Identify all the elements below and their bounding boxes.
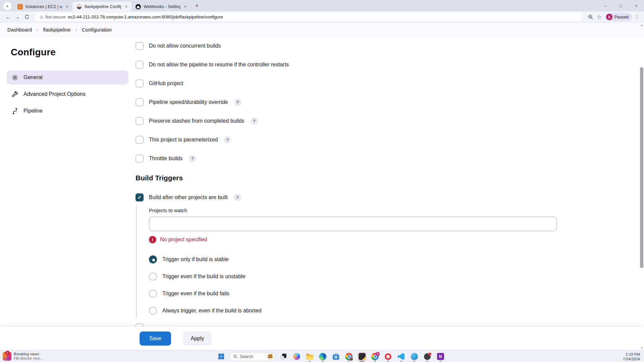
maximize-button[interactable]: □ xyxy=(613,0,629,11)
option-label[interactable]: Build after other projects are built xyxy=(149,194,228,200)
option-label[interactable]: Do not allow concurrent builds xyxy=(149,43,221,49)
checkbox[interactable] xyxy=(136,155,144,163)
new-tab-button[interactable]: + xyxy=(193,1,201,10)
option-label[interactable]: Do not allow the pipeline to resume if t… xyxy=(149,62,289,68)
url-text[interactable]: ec2-44-211-252-78.compute-1.amazonaws.co… xyxy=(68,14,223,19)
warning-icon: ⚠ xyxy=(40,14,44,19)
magnifier-icon xyxy=(588,14,593,20)
help-icon[interactable]: ? xyxy=(234,194,241,201)
checkbox[interactable] xyxy=(136,61,144,69)
tab-close-icon[interactable]: × xyxy=(124,4,128,9)
option-label[interactable]: Pipeline speed/durability override xyxy=(149,99,228,105)
breadcrumb-flaskpipeline[interactable]: flaskpipeline xyxy=(43,27,71,33)
zoom-page-button[interactable] xyxy=(586,13,595,21)
radio-label[interactable]: Trigger even if the build fails xyxy=(162,291,229,297)
help-icon[interactable]: ? xyxy=(234,99,241,106)
checkbox[interactable] xyxy=(136,79,144,87)
scrollbar-thumb[interactable] xyxy=(640,67,643,268)
radio[interactable] xyxy=(149,307,157,315)
checkbox[interactable] xyxy=(136,98,144,106)
radio-row-aborted: Always trigger, even if the build is abo… xyxy=(149,307,644,315)
option-label[interactable]: Preserve stashes from completed builds xyxy=(149,118,245,124)
option-label[interactable]: GitHub project xyxy=(149,80,183,86)
help-icon[interactable]: ? xyxy=(251,117,258,125)
jenkins-favicon xyxy=(76,4,82,9)
dark-red-app-icon[interactable] xyxy=(423,352,432,361)
radio-row-unstable: Trigger even if the build is unstable xyxy=(149,273,644,281)
page-scrollbar[interactable]: ▲ ▼ xyxy=(639,23,644,350)
option-row-github-project: GitHub project xyxy=(136,79,644,87)
chrome-profile-s-icon[interactable]: S xyxy=(370,352,380,361)
tab-close-icon[interactable]: × xyxy=(183,4,187,9)
file-explorer-icon[interactable] xyxy=(305,352,314,361)
save-button[interactable]: Save xyxy=(140,331,171,346)
checkbox-checked[interactable]: ✓ xyxy=(136,193,144,201)
address-bar[interactable]: ⚠ Not secure ec2-44-211-252-78.compute-1… xyxy=(35,13,583,21)
bookmark-star-icon[interactable]: ☆ xyxy=(595,13,604,21)
checkbox[interactable] xyxy=(136,136,144,144)
help-icon[interactable]: ? xyxy=(189,155,196,162)
checkbox[interactable] xyxy=(136,42,144,50)
option-label[interactable]: This project is parameterized xyxy=(149,137,218,143)
radio-label[interactable]: Trigger even if the build is unstable xyxy=(162,274,246,280)
browser-profile-chip[interactable]: S Paused xyxy=(605,13,632,21)
chevron-right-icon: › xyxy=(37,27,38,33)
close-button[interactable]: × xyxy=(629,0,644,11)
news-widget-text: Breaking news FBI director reve... xyxy=(14,352,43,361)
minimize-button[interactable]: – xyxy=(598,0,613,11)
microsoft-store-icon[interactable] xyxy=(331,352,340,361)
tab-search-button[interactable]: ▾ xyxy=(3,2,11,10)
vscode-icon[interactable] xyxy=(396,352,406,361)
validation-error: ! No project specified xyxy=(149,236,644,243)
radio-selected[interactable] xyxy=(149,255,157,263)
blue-app-icon[interactable] xyxy=(410,352,419,361)
copilot-icon[interactable] xyxy=(292,352,301,361)
github-favicon xyxy=(136,4,141,9)
checkbox[interactable] xyxy=(136,117,144,125)
scroll-down-icon[interactable]: ▼ xyxy=(639,347,644,350)
sidebar-item-advanced-project-options[interactable]: Advanced Project Options xyxy=(7,87,128,101)
security-label: Not secure xyxy=(45,15,65,19)
tab-jenkins-config[interactable]: flaskpipeline Config [Jenkins] × xyxy=(72,2,131,11)
opera-icon[interactable] xyxy=(383,352,393,361)
taskbar-search-box[interactable]: Search xyxy=(229,352,275,361)
scroll-up-icon[interactable]: ▲ xyxy=(639,23,644,26)
back-button[interactable]: ← xyxy=(3,12,13,22)
search-highlight-icon xyxy=(267,353,274,360)
security-chip[interactable]: ⚠ Not secure xyxy=(40,14,65,19)
projects-to-watch-input[interactable] xyxy=(149,217,557,231)
task-view-icon[interactable] xyxy=(279,352,288,361)
start-button[interactable] xyxy=(216,352,226,361)
active-app-icon[interactable] xyxy=(357,352,367,361)
radio-label[interactable]: Trigger only if build is stable xyxy=(162,256,229,262)
taskbar-clock[interactable]: 1:19 PM 7/24/2024 xyxy=(623,352,640,362)
tab-github-webhooks[interactable]: Webhooks - Settings - kodeklou × xyxy=(131,2,191,11)
breadcrumb: Dashboard › flaskpipeline › Configuratio… xyxy=(0,23,644,37)
option-row-parameterized: This project is parameterized ? xyxy=(136,136,644,144)
help-icon[interactable]: ? xyxy=(224,136,231,143)
tab-close-icon[interactable]: × xyxy=(65,4,69,9)
sidebar-item-pipeline[interactable]: Pipeline xyxy=(7,104,128,118)
news-title: Breaking news xyxy=(14,352,43,356)
taskbar-news-widget[interactable]: 1 Breaking news FBI director reve... xyxy=(3,352,43,361)
breadcrumb-dashboard[interactable]: Dashboard xyxy=(7,27,32,33)
build-triggers-heading: Build Triggers xyxy=(136,174,644,182)
chrome-icon[interactable] xyxy=(344,352,354,361)
apply-button[interactable]: Apply xyxy=(183,331,211,346)
radio[interactable] xyxy=(149,290,157,298)
breadcrumb-configuration[interactable]: Configuration xyxy=(82,27,112,33)
reload-button[interactable] xyxy=(22,12,32,22)
browser-menu-icon[interactable]: ⋮ xyxy=(633,14,641,20)
radio[interactable] xyxy=(149,273,157,281)
edge-icon[interactable] xyxy=(318,352,327,361)
chevron-down-icon: ▾ xyxy=(6,4,8,8)
option-label[interactable]: Throttle builds xyxy=(149,156,183,162)
option-row-durability-override: Pipeline speed/durability override ? xyxy=(136,98,644,106)
forward-button[interactable]: → xyxy=(13,12,22,22)
page-title: Configure xyxy=(11,47,128,58)
avatar: S xyxy=(606,14,612,20)
tab-ec2-instances[interactable]: Instances | EC2 | us-east-1 × xyxy=(13,2,72,11)
onenote-icon[interactable]: N xyxy=(436,352,445,361)
sidebar-item-general[interactable]: General xyxy=(7,70,128,84)
radio-label[interactable]: Always trigger, even if the build is abo… xyxy=(162,308,261,314)
